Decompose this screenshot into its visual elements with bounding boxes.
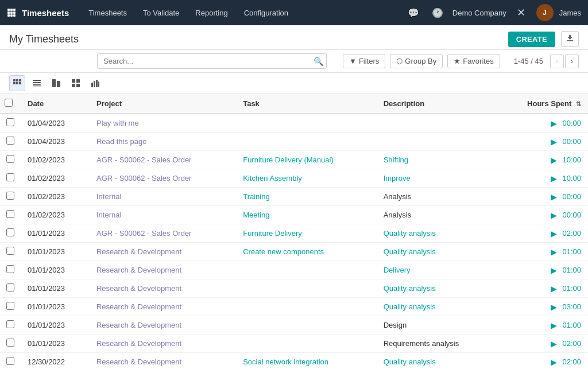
play-timer-icon[interactable]: ▶ [551, 357, 557, 367]
task-link[interactable]: Create new components [243, 247, 324, 256]
row-checkbox[interactable] [6, 265, 14, 273]
nav-configuration[interactable]: Configuration [236, 0, 296, 25]
play-timer-icon[interactable]: ▶ [551, 192, 557, 201]
project-link[interactable]: Play with me [96, 119, 139, 127]
next-page-button[interactable]: › [565, 55, 579, 68]
row-checkbox[interactable] [6, 228, 14, 236]
row-checkbox[interactable] [6, 137, 14, 145]
description-link[interactable]: Shifting [384, 156, 408, 164]
description-link[interactable]: Quality analysis [384, 302, 436, 311]
description-link[interactable]: Quality analysis [384, 284, 436, 293]
row-checkbox[interactable] [6, 118, 14, 126]
project-link[interactable]: AGR - S00062 - Sales Order [96, 156, 191, 164]
user-avatar[interactable]: J [536, 4, 554, 21]
grid-view-button[interactable] [68, 75, 84, 91]
row-checkbox[interactable] [6, 339, 14, 347]
task-link[interactable]: Furniture Delivery [243, 229, 302, 238]
row-checkbox[interactable] [6, 283, 14, 292]
task-link[interactable]: Training [243, 192, 269, 201]
project-link[interactable]: Internal [96, 211, 121, 219]
description-cell: Quality analysis [377, 243, 497, 261]
project-link[interactable]: Research & Development [96, 321, 181, 329]
svg-rect-14 [16, 82, 18, 84]
clock-icon[interactable]: 🕐 [428, 3, 447, 22]
star-icon: ★ [454, 57, 461, 65]
project-link[interactable]: AGR - S00062 - Sales Order [96, 229, 191, 238]
project-column-header: Project [90, 94, 236, 114]
nav-timesheets[interactable]: Timesheets [80, 0, 135, 25]
project-link[interactable]: Research & Development [96, 266, 181, 274]
row-checkbox[interactable] [6, 173, 14, 181]
row-checkbox[interactable] [6, 302, 14, 310]
play-timer-icon[interactable]: ▶ [551, 229, 557, 238]
row-checkbox[interactable] [6, 155, 14, 163]
hours-value: 01:00 [560, 247, 581, 256]
row-checkbox[interactable] [6, 320, 14, 328]
project-link[interactable]: Internal [96, 192, 121, 201]
play-timer-icon[interactable]: ▶ [551, 339, 557, 348]
play-timer-icon[interactable]: ▶ [551, 119, 557, 128]
nav-to-validate[interactable]: To Validate [135, 0, 187, 25]
description-cell: Quality analysis [377, 224, 497, 243]
description-link[interactable]: Quality analysis [384, 357, 436, 366]
project-link[interactable]: Research & Development [96, 339, 181, 348]
project-link[interactable]: Research & Development [96, 284, 181, 293]
hours-value: 02:00 [560, 357, 581, 366]
project-link[interactable]: Research & Development [96, 357, 181, 366]
hours-cell: ▶ 02:00 [497, 224, 588, 243]
description-link[interactable]: Delivery [384, 266, 411, 274]
task-link[interactable]: Social network integration [243, 357, 328, 366]
play-timer-icon[interactable]: ▶ [551, 321, 557, 330]
description-cell [377, 114, 497, 133]
search-icon[interactable]: 🔍 [314, 57, 323, 66]
table-row: 01/01/2023Research & DevelopmentQuality … [0, 279, 588, 298]
prev-page-button[interactable]: ‹ [550, 55, 564, 68]
play-timer-icon[interactable]: ▶ [551, 284, 557, 293]
row-checkbox[interactable] [6, 247, 14, 255]
hours-value: 03:00 [560, 302, 581, 311]
row-checkbox[interactable] [6, 210, 14, 218]
chart-view-button[interactable] [87, 75, 103, 91]
play-timer-icon[interactable]: ▶ [551, 302, 557, 312]
row-checkbox[interactable] [6, 192, 14, 200]
date-cell: 01/02/2023 [21, 206, 90, 224]
create-button[interactable]: CREATE [508, 32, 555, 47]
play-timer-icon[interactable]: ▶ [551, 247, 557, 256]
table-row: 01/01/2023Research & DevelopmentDelivery… [0, 261, 588, 279]
sort-icon[interactable]: ⇅ [576, 100, 581, 107]
project-link[interactable]: Research & Development [96, 302, 181, 311]
company-name[interactable]: Demo Company [452, 9, 506, 17]
description-link[interactable]: Improve [384, 174, 411, 182]
play-timer-icon[interactable]: ▶ [551, 266, 557, 275]
project-link[interactable]: Research & Development [96, 247, 181, 256]
chat-icon[interactable]: 💬 [404, 3, 423, 22]
download-button[interactable] [561, 31, 579, 47]
description-link[interactable]: Quality analysis [384, 229, 436, 238]
play-timer-icon[interactable]: ▶ [551, 156, 557, 165]
project-link[interactable]: Read this page [96, 137, 146, 146]
settings-icon[interactable]: ✕ [512, 3, 531, 22]
favorites-button[interactable]: ★ Favorites [447, 54, 500, 68]
list-view-button[interactable] [29, 75, 45, 91]
grid-menu-icon[interactable] [7, 8, 16, 17]
filters-button[interactable]: ▼ Filters [343, 54, 385, 68]
row-checkbox-cell [0, 298, 21, 316]
kanban-view-button[interactable] [9, 75, 25, 91]
row-checkbox[interactable] [6, 357, 14, 365]
task-link[interactable]: Furniture Delivery (Manual) [243, 156, 334, 164]
project-link[interactable]: AGR - S00062 - Sales Order [96, 174, 191, 182]
search-input[interactable] [97, 53, 327, 69]
select-all-checkbox-header[interactable] [0, 94, 21, 114]
activity-view-button[interactable] [48, 75, 64, 91]
play-timer-icon[interactable]: ▶ [551, 137, 557, 146]
groupby-button[interactable]: ⬡ Group By [390, 54, 443, 68]
nav-reporting[interactable]: Reporting [187, 0, 235, 25]
user-name[interactable]: James [559, 9, 581, 17]
task-link[interactable]: Meeting [243, 211, 269, 219]
pagination-arrows: ‹ › [550, 55, 579, 68]
play-timer-icon[interactable]: ▶ [551, 211, 557, 220]
description-link[interactable]: Quality analysis [384, 247, 436, 256]
task-link[interactable]: Kitchen Assembly [243, 174, 302, 182]
play-timer-icon[interactable]: ▶ [551, 174, 557, 183]
select-all-checkbox[interactable] [5, 99, 13, 107]
